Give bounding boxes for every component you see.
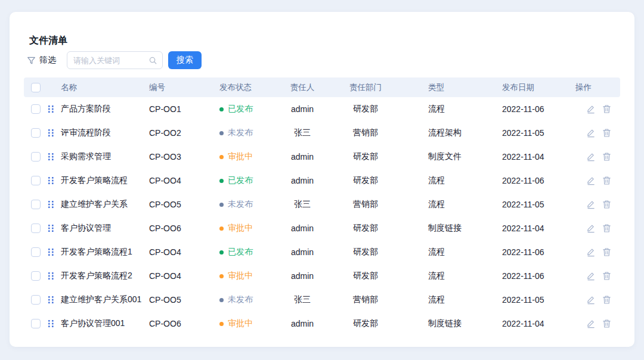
edit-icon[interactable] [586,200,596,209]
edit-icon[interactable] [586,128,596,138]
status-badge: 审批中 [219,151,276,162]
doc-date: 2022-11-04 [477,224,558,233]
row-checkbox[interactable] [31,152,41,162]
table-header-row: 名称 编号 发布状态 责任人 责任部门 类型 发布日期 操作 [24,77,620,97]
select-all-checkbox[interactable] [31,83,41,92]
status-label: 审批中 [228,151,253,162]
edit-icon[interactable] [586,319,596,328]
table-row: 采购需求管理 CP-OO3 审批中 admin 研发部 制度文件 2022-11… [24,145,620,169]
doc-owner: 张三 [276,294,329,305]
drag-handle-icon[interactable] [48,224,54,232]
edit-icon[interactable] [586,224,596,233]
row-checkbox[interactable] [31,104,41,114]
doc-department: 营销部 [329,199,402,210]
row-checkbox[interactable] [31,319,41,328]
drag-handle-icon[interactable] [48,296,54,304]
trash-icon[interactable] [602,104,611,114]
drag-handle-icon[interactable] [48,319,54,328]
status-badge: 已发布 [219,104,276,114]
drag-handle-icon[interactable] [48,105,54,113]
doc-department: 研发部 [329,223,402,234]
drag-handle-icon[interactable] [48,200,54,209]
row-checkbox[interactable] [31,200,41,209]
status-badge: 已发布 [219,175,276,186]
drag-handle-icon[interactable] [48,248,54,256]
edit-icon[interactable] [586,247,596,257]
filter-button[interactable]: 筛选 [27,51,56,69]
row-checkbox[interactable] [31,224,41,233]
magnifier-icon[interactable] [148,56,157,65]
trash-icon[interactable] [602,271,611,281]
trash-icon[interactable] [602,224,611,233]
edit-icon[interactable] [586,176,596,185]
doc-name: 开发客户策略流程 [61,175,149,186]
drag-handle-icon[interactable] [48,129,54,137]
doc-name: 评审流程阶段 [61,128,149,138]
column-header-code: 编号 [149,82,219,93]
doc-code: CP-OO1 [149,104,219,114]
column-header-actions: 操作 [558,82,620,93]
edit-icon[interactable] [586,152,596,162]
doc-date: 2022-11-06 [477,271,558,281]
column-header-name: 名称 [61,82,149,93]
drag-handle-icon[interactable] [48,153,54,161]
doc-code: CP-OO4 [149,247,219,257]
doc-code: CP-OO4 [149,271,219,281]
drag-handle-icon[interactable] [48,272,54,280]
filter-label: 筛选 [39,55,56,66]
doc-name: 开发客户策略流程1 [61,247,149,257]
doc-code: CP-OO6 [149,319,219,328]
trash-icon[interactable] [602,152,611,162]
edit-icon[interactable] [586,295,596,305]
doc-code: CP-OO4 [149,176,219,185]
trash-icon[interactable] [602,247,611,257]
edit-icon[interactable] [586,271,596,281]
doc-name: 建立维护客户关系 [61,199,149,210]
trash-icon[interactable] [602,200,611,209]
row-checkbox[interactable] [31,295,41,305]
edit-icon[interactable] [586,104,596,114]
status-badge: 已发布 [219,247,276,257]
doc-owner: admin [276,104,329,114]
search-box [67,51,163,69]
row-checkbox[interactable] [31,176,41,185]
doc-name: 建立维护客户关系001 [61,294,149,305]
drag-handle-icon[interactable] [48,176,54,185]
search-button[interactable]: 搜索 [168,51,202,69]
doc-type: 制度链接 [402,318,477,329]
table-row: 客户协议管理 CP-OO6 审批中 admin 研发部 制度链接 2022-11… [24,216,620,240]
doc-owner: 张三 [276,128,329,138]
file-table: 名称 编号 发布状态 责任人 责任部门 类型 发布日期 操作 产品方案阶段 CP… [24,77,620,336]
row-checkbox[interactable] [31,247,41,257]
doc-owner: 张三 [276,199,329,210]
status-badge: 未发布 [219,199,276,210]
doc-date: 2022-11-05 [477,200,558,209]
row-checkbox[interactable] [31,128,41,138]
search-input[interactable] [73,56,148,65]
status-label: 审批中 [228,223,253,234]
trash-icon[interactable] [602,295,611,305]
table-row: 建立维护客户关系001 CP-OO5 未发布 张三 营销部 流程 2022-11… [24,288,620,312]
doc-type: 流程架构 [402,128,477,138]
status-dot-icon [219,107,224,111]
doc-department: 研发部 [329,151,402,162]
status-badge: 审批中 [219,271,276,281]
doc-date: 2022-11-04 [477,152,558,162]
table-body: 产品方案阶段 CP-OO1 已发布 admin 研发部 流程 2022-11-0… [24,97,620,336]
status-badge: 审批中 [219,223,276,234]
status-dot-icon [219,203,224,207]
status-dot-icon [219,131,224,135]
status-dot-icon [219,179,224,183]
doc-department: 营销部 [329,128,402,138]
trash-icon[interactable] [602,128,611,138]
file-list-card: 文件清单 筛选 搜索 名称 编号 发布状态 [10,12,634,347]
status-label: 未发布 [228,294,253,305]
doc-department: 研发部 [329,175,402,186]
doc-name: 开发客户策略流程2 [61,271,149,281]
status-label: 审批中 [228,271,253,281]
trash-icon[interactable] [602,176,611,185]
row-checkbox[interactable] [31,271,41,281]
doc-department: 研发部 [329,271,402,281]
trash-icon[interactable] [602,319,611,328]
funnel-icon [27,56,36,65]
